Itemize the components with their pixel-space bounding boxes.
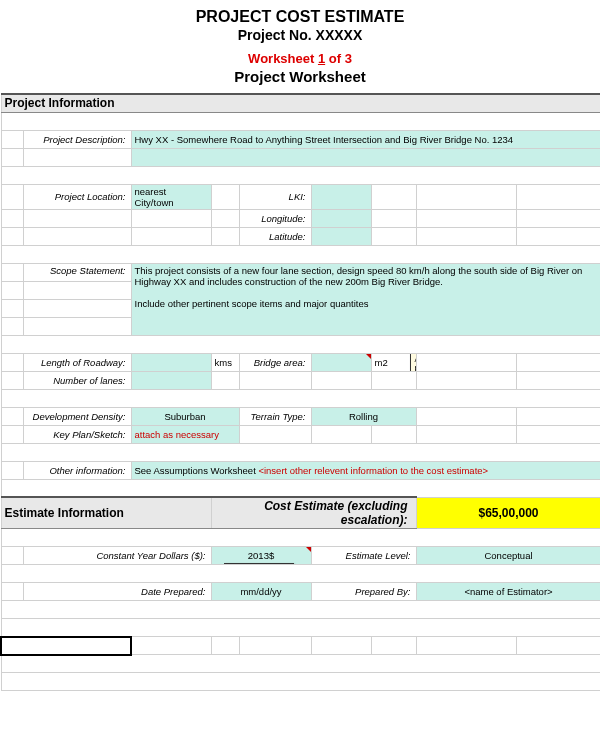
input-scope[interactable]: This project consists of a new four lane… xyxy=(131,263,600,335)
label-lki: LKI: xyxy=(239,184,311,209)
label-other: Other information: xyxy=(23,461,131,479)
note-constant-year: i.e. based on prices prevailing in 2013 xyxy=(224,563,294,565)
project-number: Project No. XXXXX xyxy=(0,27,600,43)
label-scope: Scope Statement: xyxy=(23,263,131,281)
input-location[interactable]: nearest City/town xyxy=(131,184,211,209)
input-density[interactable]: Suburban xyxy=(131,407,239,425)
input-date[interactable]: mm/dd/yy xyxy=(211,583,311,601)
worksheet-grid[interactable]: Project Information Project Description:… xyxy=(0,93,600,691)
label-description: Project Description: xyxy=(23,130,131,148)
input-other[interactable]: See Assumptions Worksheet <insert other … xyxy=(131,461,600,479)
label-density: Development Density: xyxy=(23,407,131,425)
other-hint: <insert other relevent information to th… xyxy=(258,465,488,476)
input-length[interactable] xyxy=(131,353,211,371)
input-latitude[interactable] xyxy=(311,227,371,245)
subhead: Project Worksheet xyxy=(0,68,600,85)
section-project-info: Project Information xyxy=(1,94,600,112)
input-lanes[interactable] xyxy=(131,371,211,389)
value-cost[interactable]: $65,00,000 xyxy=(416,497,600,529)
worksheet-line: Worksheet 1 of 3 xyxy=(0,51,600,66)
label-lanes: Number of lanes: xyxy=(23,371,131,389)
label-keyplan: Key Plan/Sketch: xyxy=(23,425,131,443)
section-estimate-info: Estimate Information xyxy=(1,497,211,529)
input-lki[interactable] xyxy=(311,184,371,209)
label-constant-year: Constant Year Dollars ($): xyxy=(23,547,211,565)
label-terrain: Terrain Type: xyxy=(239,407,311,425)
input-prepared-by[interactable]: <name of Estimator> xyxy=(416,583,600,601)
input-terrain[interactable]: Rolling xyxy=(311,407,416,425)
label-prepared-by: Prepared By: xyxy=(311,583,416,601)
label-length: Length of Roadway: xyxy=(23,353,131,371)
label-estimate-level: Estimate Level: xyxy=(311,547,416,565)
note-bridge: Applicable if project includes a structu… xyxy=(410,353,417,371)
title: PROJECT COST ESTIMATE xyxy=(0,8,600,26)
label-location: Project Location: xyxy=(23,184,131,209)
header: PROJECT COST ESTIMATE Project No. XXXXX xyxy=(0,0,600,45)
label-bridge: Bridge area: xyxy=(239,353,311,371)
input-longitude[interactable] xyxy=(311,209,371,227)
input-constant-year[interactable]: 2013$ i.e. based on prices prevailing in… xyxy=(211,547,311,565)
input-estimate-level[interactable]: Conceptual xyxy=(416,547,600,565)
selected-cell[interactable] xyxy=(1,637,131,655)
input-description[interactable]: Hwy XX - Somewhere Road to Anything Stre… xyxy=(131,130,600,148)
label-longitude: Longitude: xyxy=(239,209,311,227)
label-date: Date Prepared: xyxy=(23,583,211,601)
unit-kms: kms xyxy=(211,353,239,371)
unit-m2: m2 Applicable if project includes a stru… xyxy=(371,353,416,371)
input-bridge[interactable] xyxy=(311,353,371,371)
label-cost-estimate: Cost Estimate (excluding escalation): xyxy=(211,497,416,529)
input-keyplan[interactable]: attach as necessary xyxy=(131,425,239,443)
label-latitude: Latitude: xyxy=(239,227,311,245)
